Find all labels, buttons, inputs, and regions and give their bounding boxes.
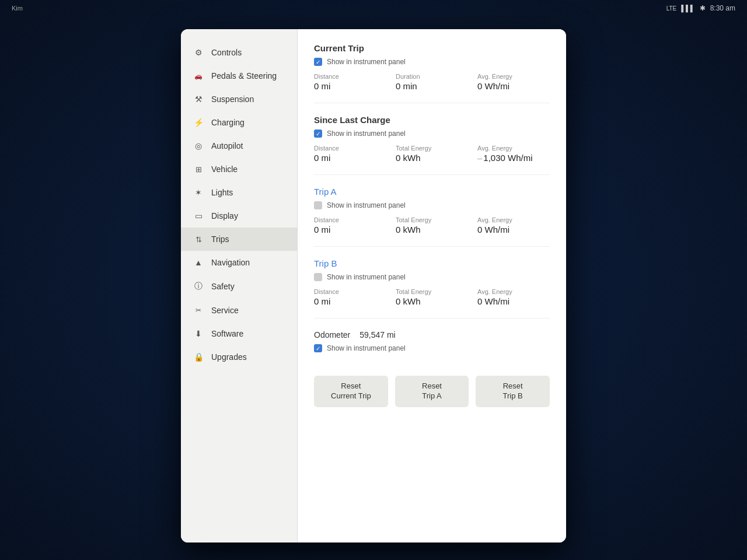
vehicle-icon: ⊞: [193, 165, 204, 174]
sidebar-item-pedals-steering[interactable]: 🚗 Pedals & Steering: [181, 64, 297, 88]
trip-a-distance-value: 0 mi: [314, 225, 386, 235]
odometer-show-row[interactable]: Show in instrument panel: [314, 344, 550, 352]
reset-current-trip-button[interactable]: ResetCurrent Trip: [314, 376, 388, 407]
since-last-charge-show-row[interactable]: Show in instrument panel: [314, 130, 550, 138]
trips-icon: ⇄: [194, 233, 203, 245]
lte-label: LTE: [666, 5, 677, 12]
sidebar-item-controls[interactable]: ⚙ Controls: [181, 41, 297, 64]
since-last-charge-stats: Distance 0 mi Total Energy 0 kWh Avg. En…: [314, 145, 550, 163]
sidebar-item-charging[interactable]: ⚡ Charging: [181, 111, 297, 134]
since-last-charge-checkbox[interactable]: [314, 130, 322, 138]
reset-trip-b-button[interactable]: ResetTrip B: [476, 376, 550, 407]
current-trip-duration-label: Duration: [396, 73, 468, 80]
reset-buttons-row: ResetCurrent Trip ResetTrip A ResetTrip …: [314, 376, 550, 407]
trip-a-show-row[interactable]: Show in instrument panel: [314, 201, 550, 209]
current-trip-avg-value: 0 Wh/mi: [477, 81, 550, 91]
trip-a-distance: Distance 0 mi: [314, 216, 386, 235]
odometer-value: 59,547 mi: [359, 330, 395, 340]
current-trip-distance-label: Distance: [314, 73, 386, 80]
reset-trip-a-button[interactable]: ResetTrip A: [395, 376, 469, 407]
status-right: LTE ▌▌▌ ✱ 8:30 am: [666, 4, 735, 12]
sidebar-item-autopilot[interactable]: ◎ Autopilot: [181, 134, 297, 158]
odometer-show-label: Show in instrument panel: [327, 344, 406, 352]
sidebar-label-lights: Lights: [211, 188, 233, 197]
sidebar-item-suspension[interactable]: ⚒ Suspension: [181, 88, 297, 111]
slc-dashed-prefix: –: [477, 153, 482, 163]
screen-background: Kim LTE ▌▌▌ ✱ 8:30 am ⚙ Controls 🚗 Pedal…: [0, 0, 747, 560]
content-area: Current Trip Show in instrument panel Di…: [298, 29, 566, 542]
sidebar-item-trips[interactable]: ⇄ Trips: [181, 228, 297, 251]
sidebar-item-lights[interactable]: ✶ Lights: [181, 181, 297, 204]
sidebar-label-autopilot: Autopilot: [211, 141, 243, 150]
slc-distance: Distance 0 mi: [314, 145, 386, 163]
sidebar-label-suspension: Suspension: [211, 94, 254, 104]
controls-icon: ⚙: [193, 48, 204, 57]
trip-b-total-energy: Total Energy 0 kWh: [396, 288, 468, 306]
sidebar-item-display[interactable]: ▭ Display: [181, 204, 297, 228]
navigation-icon: ▲: [193, 258, 204, 267]
sidebar-item-vehicle[interactable]: ⊞ Vehicle: [181, 158, 297, 181]
trip-b-stats: Distance 0 mi Total Energy 0 kWh Avg. En…: [314, 288, 550, 306]
status-time: 8:30 am: [710, 4, 735, 12]
odometer-section: Odometer 59,547 mi Show in instrument pa…: [314, 330, 550, 364]
slc-avg-energy: Avg. Energy –1,030 Wh/mi: [477, 145, 550, 163]
trip-b-section: Trip B Show in instrument panel Distance…: [314, 258, 550, 318]
slc-distance-value: 0 mi: [314, 153, 386, 163]
current-trip-title: Current Trip: [314, 43, 550, 53]
sidebar-label-upgrades: Upgrades: [211, 352, 247, 362]
slc-total-energy: Total Energy 0 kWh: [396, 145, 468, 163]
trip-a-checkbox[interactable]: [314, 201, 322, 209]
pedals-icon: 🚗: [193, 72, 204, 80]
sidebar-label-trips: Trips: [211, 235, 229, 244]
current-trip-show-panel-row[interactable]: Show in instrument panel: [314, 58, 550, 66]
sidebar-item-software[interactable]: ⬇ Software: [181, 322, 297, 345]
slc-avg-value: –1,030 Wh/mi: [477, 153, 550, 163]
sidebar-item-safety[interactable]: ⓘ Safety: [181, 274, 297, 299]
sidebar-label-software: Software: [211, 329, 243, 338]
trip-b-show-row[interactable]: Show in instrument panel: [314, 273, 550, 281]
trip-a-distance-label: Distance: [314, 216, 386, 223]
trip-b-checkbox[interactable]: [314, 273, 322, 281]
suspension-icon: ⚒: [193, 94, 204, 104]
slc-distance-label: Distance: [314, 145, 386, 152]
slc-total-energy-label: Total Energy: [396, 145, 468, 152]
sidebar-item-navigation[interactable]: ▲ Navigation: [181, 251, 297, 274]
autopilot-icon: ◎: [193, 141, 204, 150]
odometer-checkbox[interactable]: [314, 344, 322, 352]
trip-b-avg-label: Avg. Energy: [477, 288, 550, 295]
trip-a-section: Trip A Show in instrument panel Distance…: [314, 187, 550, 247]
sidebar-item-service[interactable]: ✂ Service: [181, 299, 297, 322]
status-user: Kim: [12, 5, 23, 12]
current-trip-distance-value: 0 mi: [314, 81, 386, 91]
current-trip-checkbox[interactable]: [314, 58, 322, 66]
sidebar-item-upgrades[interactable]: 🔒 Upgrades: [181, 345, 297, 369]
trip-b-avg-value: 0 Wh/mi: [477, 296, 550, 306]
bluetooth-icon: ✱: [700, 4, 706, 12]
trip-b-distance-label: Distance: [314, 288, 386, 295]
sidebar: ⚙ Controls 🚗 Pedals & Steering ⚒ Suspens…: [181, 29, 298, 542]
current-trip-avg-energy: Avg. Energy 0 Wh/mi: [477, 73, 550, 91]
trip-b-title: Trip B: [314, 258, 550, 268]
sidebar-label-navigation: Navigation: [211, 258, 250, 267]
since-last-charge-show-label: Show in instrument panel: [327, 130, 406, 138]
trip-a-title: Trip A: [314, 187, 550, 197]
trip-a-stats: Distance 0 mi Total Energy 0 kWh Avg. En…: [314, 216, 550, 235]
sidebar-label-controls: Controls: [211, 48, 242, 57]
service-icon: ✂: [193, 306, 204, 314]
status-left: Kim: [12, 5, 23, 12]
sidebar-label-charging: Charging: [211, 118, 245, 127]
trip-b-show-label: Show in instrument panel: [327, 273, 406, 281]
current-trip-stats: Distance 0 mi Duration 0 min Avg. Energy…: [314, 73, 550, 91]
safety-icon: ⓘ: [193, 281, 204, 292]
trip-a-avg-value: 0 Wh/mi: [477, 225, 550, 235]
current-trip-duration: Duration 0 min: [396, 73, 468, 91]
trip-a-total-energy-label: Total Energy: [396, 216, 468, 223]
trip-b-avg-energy: Avg. Energy 0 Wh/mi: [477, 288, 550, 306]
trip-a-avg-label: Avg. Energy: [477, 216, 550, 223]
slc-total-energy-value: 0 kWh: [396, 153, 468, 163]
main-panel: ⚙ Controls 🚗 Pedals & Steering ⚒ Suspens…: [181, 29, 566, 542]
lights-icon: ✶: [193, 188, 204, 197]
current-trip-avg-label: Avg. Energy: [477, 73, 550, 80]
software-icon: ⬇: [193, 329, 204, 338]
trip-b-total-energy-value: 0 kWh: [396, 296, 468, 306]
